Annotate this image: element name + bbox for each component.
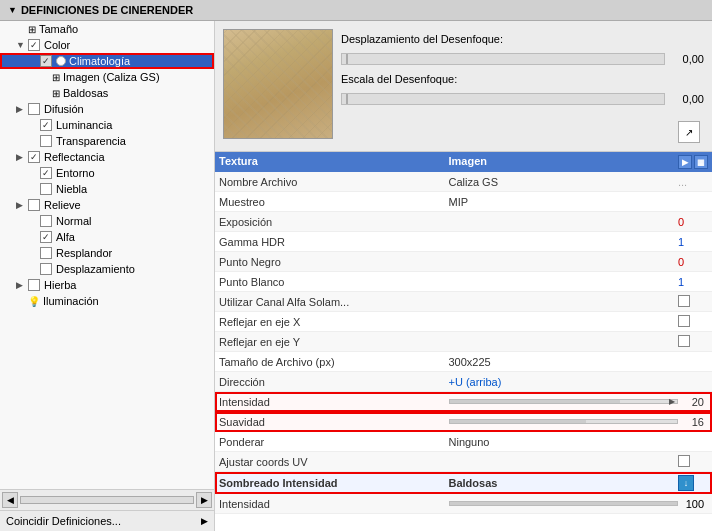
scroll-right-btn[interactable]: ▶ <box>196 492 212 508</box>
header-col1: Textura <box>219 155 449 169</box>
escala-track[interactable] <box>341 93 665 105</box>
normal-checkbox[interactable] <box>40 215 52 227</box>
reflectancia-checkbox[interactable] <box>28 151 40 163</box>
row-gamma: Gamma HDR 1 <box>215 232 712 252</box>
row-slider[interactable]: ▶ <box>449 399 679 404</box>
tree-item-imagen[interactable]: ⊞ Imagen (Caliza GS) <box>0 69 214 85</box>
row-intensidad: Intensidad ▶ 20 <box>215 392 712 412</box>
tree-label: Climatología <box>69 55 130 67</box>
row-checkbox[interactable] <box>678 335 708 349</box>
row-punto-blanco: Punto Blanco 1 <box>215 272 712 292</box>
download-icon[interactable]: ↓ <box>678 475 694 491</box>
row-intensidad-bottom: Intensidad 100 <box>215 494 712 514</box>
row-label: Dirección <box>219 376 449 388</box>
tree-area[interactable]: ⊞ Tamaño ▼ Color Climatología <box>0 21 214 489</box>
row-label: Utilizar Canal Alfa Solam... <box>219 296 449 308</box>
scroll-track[interactable] <box>20 496 194 504</box>
row-number: 1 <box>678 236 708 248</box>
coincide-btn[interactable]: Coincidir Definiciones... ▶ <box>0 510 214 531</box>
row-icon[interactable]: ↓ <box>678 475 708 491</box>
relieve-checkbox[interactable] <box>28 199 40 211</box>
circle-icon <box>56 56 66 66</box>
row-sombreado: Sombreado Intensidad Baldosas ↓ <box>215 472 712 494</box>
lamp-icon: 💡 <box>28 296 40 307</box>
expand-icon: ▶ <box>16 152 26 162</box>
row-punto-negro: Punto Negro 0 <box>215 252 712 272</box>
hierba-checkbox[interactable] <box>28 279 40 291</box>
transparencia-checkbox[interactable] <box>40 135 52 147</box>
export-icon: ↗ <box>685 127 693 138</box>
difusion-checkbox[interactable] <box>28 103 40 115</box>
desplazamiento-checkbox[interactable] <box>40 263 52 275</box>
row-value: 300x225 <box>449 356 679 368</box>
coincide-arrow: ▶ <box>201 516 208 526</box>
checkbox-icon[interactable] <box>678 315 690 327</box>
luminancia-checkbox[interactable] <box>40 119 52 131</box>
tree-item-tamano[interactable]: ⊞ Tamaño <box>0 21 214 37</box>
table-icon-btn2[interactable]: ▦ <box>694 155 708 169</box>
main-container: ▼ DEFINICIONES DE CINERENDER ⊞ Tamaño ▼ … <box>0 0 712 531</box>
row-number: 20 <box>678 396 708 408</box>
tree-item-iluminacion[interactable]: 💡 Iluminación <box>0 293 214 309</box>
grid-icon: ⊞ <box>28 24 36 35</box>
tree-label: Tamaño <box>39 23 78 35</box>
tree-item-transparencia[interactable]: Transparencia <box>0 133 214 149</box>
content-area: ⊞ Tamaño ▼ Color Climatología <box>0 21 712 531</box>
desenfoque-track[interactable] <box>341 53 665 65</box>
expand-icon: ▶ <box>16 104 26 114</box>
tree-item-desplazamiento[interactable]: Desplazamiento <box>0 261 214 277</box>
row-checkbox[interactable] <box>678 455 708 469</box>
tree-label: Alfa <box>56 231 75 243</box>
tree-item-resplandor[interactable]: Resplandor <box>0 245 214 261</box>
tree-item-difusion[interactable]: ▶ Difusión <box>0 101 214 117</box>
table-area[interactable]: Textura Imagen ▶ ▦ Nombre Archivo Caliza… <box>215 152 712 531</box>
niebla-checkbox[interactable] <box>40 183 52 195</box>
tree-item-alfa[interactable]: Alfa <box>0 229 214 245</box>
tree-item-relieve[interactable]: ▶ Relieve <box>0 197 214 213</box>
tree-item-niebla[interactable]: Niebla <box>0 181 214 197</box>
title-text: DEFINICIONES DE CINERENDER <box>21 4 193 16</box>
row-tamano-archivo: Tamaño de Archivo (px) 300x225 <box>215 352 712 372</box>
resplandor-checkbox[interactable] <box>40 247 52 259</box>
tree-item-color[interactable]: ▼ Color <box>0 37 214 53</box>
tree-label: Luminancia <box>56 119 112 131</box>
checkbox-icon[interactable] <box>678 455 690 467</box>
scroll-left-btn[interactable]: ◀ <box>2 492 18 508</box>
row-label: Gamma HDR <box>219 236 449 248</box>
row-slider[interactable] <box>449 419 679 424</box>
entorno-checkbox[interactable] <box>40 167 52 179</box>
row-label: Reflejar en eje Y <box>219 336 449 348</box>
row-label: Suavidad <box>219 416 449 428</box>
tree-item-luminancia[interactable]: Luminancia <box>0 117 214 133</box>
row-label: Nombre Archivo <box>219 176 449 188</box>
row-slider[interactable] <box>449 501 679 506</box>
climatologia-checkbox[interactable] <box>40 55 52 67</box>
tree-item-normal[interactable]: Normal <box>0 213 214 229</box>
color-checkbox[interactable] <box>28 39 40 51</box>
top-section: Desplazamiento del Desenfoque: 0,00 Esca… <box>215 21 712 152</box>
row-label: Intensidad <box>219 396 449 408</box>
tree-item-reflectancia[interactable]: ▶ Reflectancia <box>0 149 214 165</box>
grid-icon: ⊞ <box>52 72 60 83</box>
export-btn[interactable]: ↗ <box>678 121 700 143</box>
tree-label: Relieve <box>44 199 81 211</box>
table-icon-btn1[interactable]: ▶ <box>678 155 692 169</box>
tree-item-hierba[interactable]: ▶ Hierba <box>0 277 214 293</box>
tree-item-climatologia[interactable]: Climatología <box>0 53 214 69</box>
row-suavidad: Suavidad 16 <box>215 412 712 432</box>
tree-label: Baldosas <box>63 87 108 99</box>
tree-label: Niebla <box>56 183 87 195</box>
escala-value: 0,00 <box>669 93 704 105</box>
checkbox-icon[interactable] <box>678 335 690 347</box>
alfa-checkbox[interactable] <box>40 231 52 243</box>
tree-label: Reflectancia <box>44 151 105 163</box>
checkbox-icon[interactable] <box>678 295 690 307</box>
row-checkbox[interactable] <box>678 295 708 309</box>
row-canal-alfa: Utilizar Canal Alfa Solam... <box>215 292 712 312</box>
desenfoque-slider-control: 0,00 <box>341 53 704 65</box>
escala-slider-row: Escala del Desenfoque: <box>341 73 704 85</box>
tree-item-entorno[interactable]: Entorno <box>0 165 214 181</box>
tree-item-baldosas[interactable]: ⊞ Baldosas <box>0 85 214 101</box>
row-checkbox[interactable] <box>678 315 708 329</box>
tree-label: Imagen (Caliza GS) <box>63 71 160 83</box>
